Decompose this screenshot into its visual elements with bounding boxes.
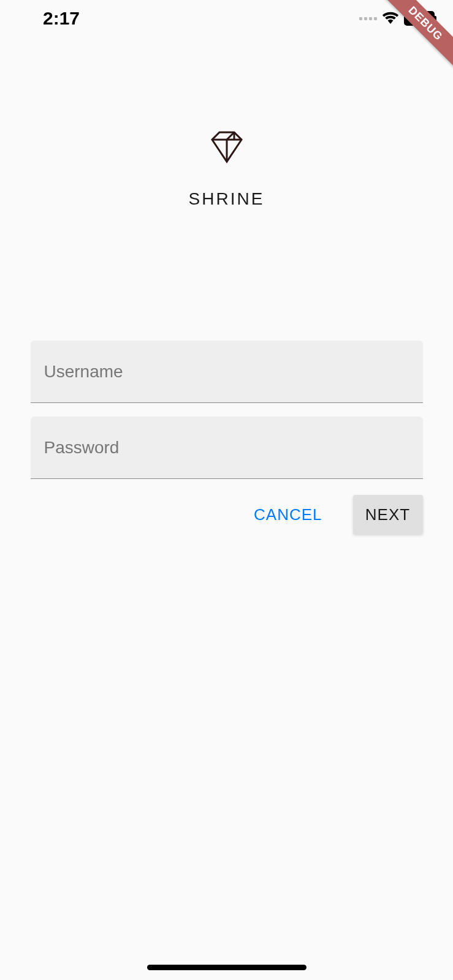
- next-button[interactable]: NEXT: [353, 495, 423, 534]
- button-row: CANCEL NEXT: [31, 495, 423, 534]
- password-field[interactable]: [31, 417, 423, 479]
- wifi-icon: [382, 10, 399, 26]
- status-bar: 2:17: [0, 0, 453, 37]
- status-time: 2:17: [43, 8, 80, 29]
- diamond-icon: [208, 129, 245, 168]
- login-screen: SHRINE CANCEL NEXT: [0, 0, 453, 534]
- home-indicator[interactable]: [147, 965, 306, 970]
- login-form: CANCEL NEXT: [31, 341, 423, 534]
- app-title: SHRINE: [189, 189, 265, 209]
- cellular-signal-icon: [359, 17, 377, 20]
- username-field[interactable]: [31, 341, 423, 403]
- cancel-button[interactable]: CANCEL: [239, 495, 337, 534]
